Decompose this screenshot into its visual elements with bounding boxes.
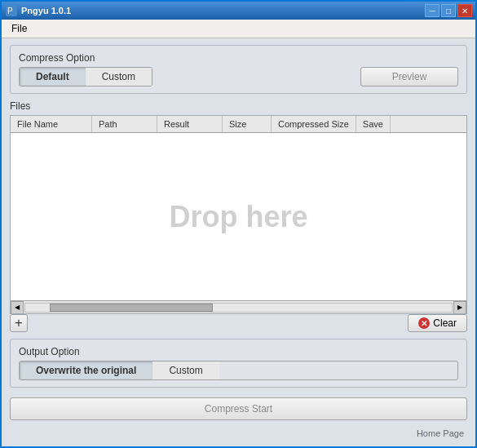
svg-text:P: P <box>7 7 13 16</box>
col-compressed-size: Compressed Size <box>272 116 356 132</box>
clear-label: Clear <box>433 317 457 329</box>
col-filename: File Name <box>11 116 92 132</box>
maximize-button[interactable]: □ <box>441 4 456 17</box>
add-file-button[interactable]: + <box>10 314 28 332</box>
close-button[interactable]: ✕ <box>457 4 472 17</box>
files-section: Files File Name Path Result Size Compres… <box>10 100 467 332</box>
scroll-left-button[interactable]: ◀ <box>11 301 24 314</box>
col-result: Result <box>157 116 223 132</box>
compress-start-button[interactable]: Compress Start <box>10 397 467 420</box>
window-title: Pngyu 1.0.1 <box>21 6 71 16</box>
scroll-track[interactable] <box>24 303 453 313</box>
files-label: Files <box>10 100 467 112</box>
compress-option-controls: Default Custom Preview <box>19 67 458 86</box>
overwrite-button[interactable]: Overwrite the original <box>20 362 152 379</box>
compress-option-section: Compress Option Default Custom Preview <box>10 45 467 94</box>
col-size: Size <box>223 116 272 132</box>
clear-icon: ✕ <box>418 317 430 329</box>
file-menu[interactable]: File <box>5 21 33 36</box>
custom-output-button[interactable]: Custom <box>152 362 219 379</box>
output-option-section: Output Option Overwrite the original Cus… <box>10 339 467 388</box>
homepage-anchor[interactable]: Home Page <box>417 428 464 438</box>
homepage-link[interactable]: Home Page <box>10 427 467 440</box>
scroll-right-button[interactable]: ▶ <box>453 301 466 314</box>
compress-option-label: Compress Option <box>19 52 458 64</box>
title-buttons: ─ □ ✕ <box>425 4 472 17</box>
output-toggle-group: Overwrite the original Custom <box>19 361 458 380</box>
scrollbar[interactable]: ◀ ▶ <box>11 300 466 313</box>
preview-button[interactable]: Preview <box>360 67 458 86</box>
table-body[interactable]: Drop here <box>11 133 466 300</box>
compress-toggle-group: Default Custom <box>19 67 152 86</box>
col-save: Save <box>356 116 391 132</box>
scroll-thumb <box>50 304 213 312</box>
custom-compress-button[interactable]: Custom <box>86 68 152 86</box>
clear-button[interactable]: ✕ Clear <box>408 314 467 332</box>
output-option-label: Output Option <box>19 346 458 357</box>
main-content: Compress Option Default Custom Preview F… <box>2 38 475 446</box>
col-path: Path <box>92 116 157 132</box>
default-button[interactable]: Default <box>20 68 86 86</box>
files-table[interactable]: File Name Path Result Size Compressed Si… <box>10 115 467 314</box>
menubar: File <box>2 20 475 38</box>
files-bottom-bar: + ✕ Clear <box>10 314 467 332</box>
app-icon: P <box>5 4 18 17</box>
title-bar-left: P Pngyu 1.0.1 <box>5 4 71 17</box>
minimize-button[interactable]: ─ <box>425 4 439 17</box>
table-header: File Name Path Result Size Compressed Si… <box>11 116 466 133</box>
drop-here-text: Drop here <box>169 200 307 234</box>
title-bar: P Pngyu 1.0.1 ─ □ ✕ <box>2 2 475 20</box>
main-window: P Pngyu 1.0.1 ─ □ ✕ File Compress Option… <box>0 0 477 448</box>
